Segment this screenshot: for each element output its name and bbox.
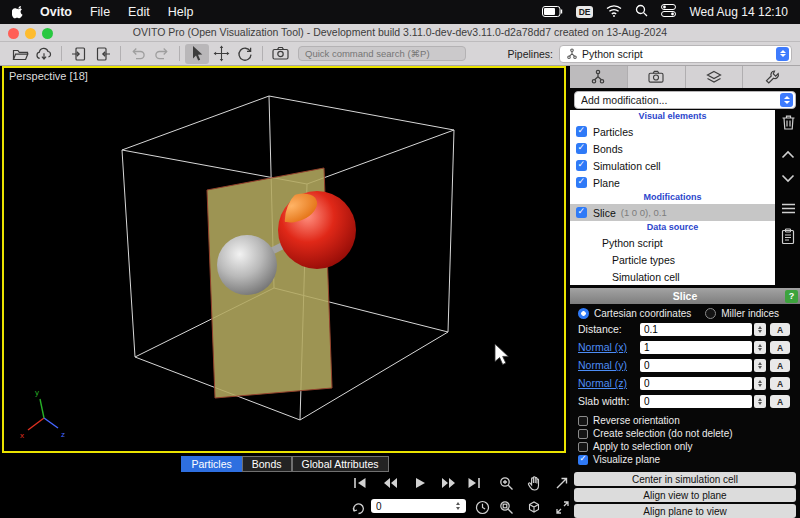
tab-particles[interactable]: Particles — [181, 456, 241, 472]
normal-z-input[interactable] — [640, 377, 752, 390]
distance-animate-button[interactable]: A — [770, 323, 790, 336]
normal-y-label[interactable]: Normal (y) — [578, 359, 627, 372]
window-zoom-button[interactable] — [42, 28, 53, 39]
align-plane-to-view-button[interactable]: Align plane to view — [574, 504, 796, 518]
normal-z-stepper[interactable] — [754, 377, 766, 390]
normal-y-animate-button[interactable]: A — [770, 359, 790, 372]
checkbox-reverse-orientation[interactable] — [578, 416, 588, 426]
add-modification-dropdown[interactable]: Add modification... — [574, 91, 796, 109]
checkbox-particles[interactable] — [576, 126, 587, 137]
checkbox-plane[interactable] — [576, 177, 587, 188]
slab-width-input[interactable] — [640, 395, 752, 408]
pipeline-selector-value: Python script — [582, 48, 772, 60]
undo-button[interactable] — [126, 44, 150, 64]
normal-x-input[interactable] — [640, 341, 752, 354]
radio-cartesian-coordinates[interactable] — [578, 308, 589, 319]
tab-viewport-layers[interactable] — [686, 66, 744, 88]
checkbox-visualize-plane[interactable] — [578, 455, 588, 465]
menu-file[interactable]: File — [90, 5, 110, 19]
menu-bar-clock[interactable]: Wed Aug 14 12:10 — [689, 5, 788, 19]
animation-settings-clock-button[interactable] — [470, 497, 494, 517]
help-button[interactable]: ? — [785, 290, 798, 303]
tab-utilities[interactable] — [743, 66, 800, 88]
spotlight-search-icon[interactable] — [635, 3, 648, 21]
slab-width-animate-button[interactable]: A — [770, 395, 790, 408]
radio-cartesian-label: Cartesian coordinates — [594, 308, 691, 319]
tab-pipeline[interactable] — [570, 66, 628, 88]
import-data-button[interactable] — [67, 44, 91, 64]
spinbox-stepper-icon[interactable] — [452, 500, 464, 512]
checkbox-create-selection[interactable] — [578, 429, 588, 439]
open-remote-file-button[interactable] — [32, 44, 56, 64]
delete-modifier-trash-button[interactable] — [778, 112, 798, 132]
list-item-data-simulation-cell[interactable]: Simulation cell — [570, 268, 775, 285]
viewport-caption[interactable]: Perspective [18] — [9, 70, 88, 82]
tab-global-attributes[interactable]: Global Attributes — [292, 456, 389, 472]
checkbox-simulation-cell[interactable] — [576, 160, 587, 171]
slab-width-stepper[interactable] — [754, 395, 766, 408]
gray-particle[interactable] — [217, 235, 277, 295]
normal-y-input[interactable] — [640, 359, 752, 372]
redo-button[interactable] — [150, 44, 174, 64]
orbit-cube-button[interactable] — [522, 497, 546, 517]
normal-x-stepper[interactable] — [754, 341, 766, 354]
align-view-to-plane-button[interactable]: Align view to plane — [574, 488, 796, 502]
current-frame-input[interactable] — [371, 501, 452, 512]
open-file-button[interactable] — [8, 44, 32, 64]
input-language-badge[interactable]: DE — [576, 6, 594, 18]
section-header-visual-elements: Visual elements — [570, 110, 775, 123]
skip-to-start-button[interactable] — [348, 473, 372, 493]
clipboard-list-button[interactable] — [778, 226, 798, 246]
list-item-python-script[interactable]: Python script — [570, 234, 775, 251]
move-mode-button[interactable] — [209, 44, 233, 64]
pipeline-selector-dropdown[interactable]: Python script — [559, 45, 792, 63]
list-item-particle-types[interactable]: Particle types — [570, 251, 775, 268]
normal-z-label[interactable]: Normal (z) — [578, 377, 627, 390]
tab-rendering[interactable] — [628, 66, 686, 88]
move-modifier-down-button[interactable] — [778, 168, 798, 188]
viewport-3d-scene[interactable]: x y z — [4, 68, 564, 451]
next-frame-button[interactable] — [436, 473, 460, 493]
zoom-region-button[interactable] — [494, 497, 518, 517]
selection-mode-button[interactable] — [185, 44, 209, 64]
export-data-button[interactable] — [91, 44, 115, 64]
apple-menu-icon[interactable] — [12, 5, 24, 19]
wifi-icon[interactable] — [606, 3, 622, 21]
list-item-particles[interactable]: Particles — [570, 123, 775, 140]
move-modifier-up-button[interactable] — [778, 144, 798, 164]
normal-y-stepper[interactable] — [754, 359, 766, 372]
tab-bonds[interactable]: Bonds — [242, 456, 292, 472]
normal-z-animate-button[interactable]: A — [770, 377, 790, 390]
center-in-simulation-cell-button[interactable]: Center in simulation cell — [574, 472, 796, 486]
rotate-mode-button[interactable] — [233, 44, 257, 64]
list-item-simulation-cell[interactable]: Simulation cell — [570, 157, 775, 174]
normal-x-animate-button[interactable]: A — [770, 341, 790, 354]
list-item-bonds[interactable]: Bonds — [570, 140, 775, 157]
menu-help[interactable]: Help — [168, 5, 194, 19]
zoom-in-button[interactable] — [494, 473, 518, 493]
skip-to-end-button[interactable] — [462, 473, 486, 493]
play-button[interactable] — [408, 473, 432, 493]
pan-hand-button[interactable] — [522, 473, 546, 493]
perspective-viewport[interactable]: Perspective [18] — [2, 66, 566, 453]
control-center-icon[interactable] — [661, 3, 676, 21]
distance-input[interactable] — [640, 323, 752, 336]
window-minimize-button[interactable] — [25, 28, 36, 39]
previous-frame-button[interactable] — [378, 473, 402, 493]
checkbox-bonds[interactable] — [576, 143, 587, 154]
checkbox-apply-to-selection[interactable] — [578, 442, 588, 452]
quick-command-search-input[interactable] — [298, 46, 466, 61]
current-frame-spinbox[interactable] — [371, 499, 466, 513]
loop-playback-button[interactable] — [346, 497, 370, 517]
list-item-slice-modifier[interactable]: Slice (1 0 0), 0.1 — [570, 204, 775, 221]
distance-stepper[interactable] — [754, 323, 766, 336]
checkbox-slice[interactable] — [576, 207, 587, 218]
radio-miller-indices[interactable] — [705, 308, 716, 319]
menu-ovito[interactable]: Ovito — [40, 5, 72, 19]
normal-x-label[interactable]: Normal (x) — [578, 341, 627, 354]
render-button[interactable] — [268, 44, 292, 64]
menu-edit[interactable]: Edit — [128, 5, 150, 19]
list-item-plane[interactable]: Plane — [570, 174, 775, 191]
pipeline-menu-button[interactable] — [778, 198, 798, 218]
window-close-button[interactable] — [8, 28, 19, 39]
